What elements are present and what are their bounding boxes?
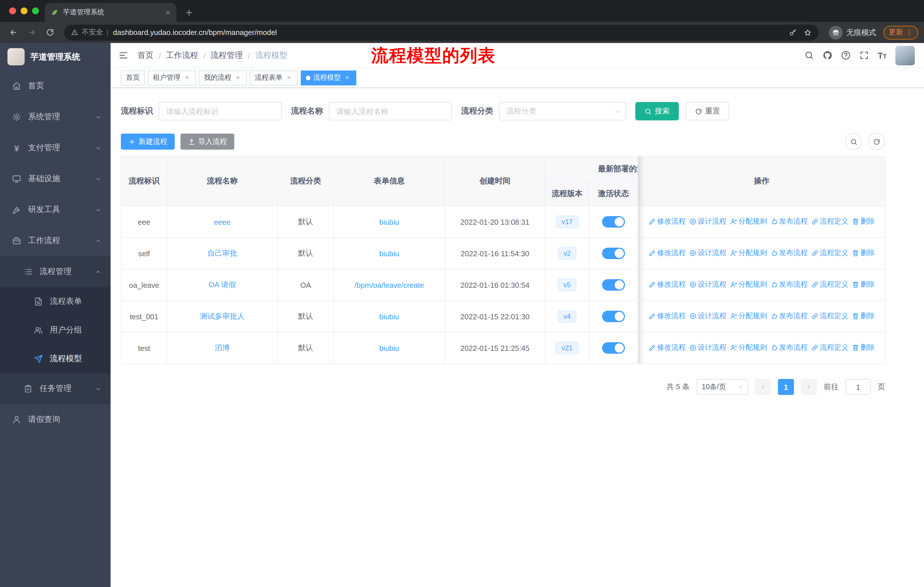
action-assign[interactable]: 分配规则 <box>730 311 767 321</box>
forward-button[interactable] <box>24 25 39 40</box>
active-toggle[interactable] <box>602 311 625 322</box>
action-definition[interactable]: 流程定义 <box>811 343 848 352</box>
action-design[interactable]: 设计流程 <box>689 280 726 289</box>
action-definition[interactable]: 流程定义 <box>811 217 848 227</box>
action-definition[interactable]: 流程定义 <box>811 280 848 289</box>
user-avatar[interactable] <box>895 46 915 65</box>
breadcrumb-item-workflow[interactable]: 工作流程 <box>166 50 198 61</box>
process-name-link[interactable]: 滔博 <box>215 343 230 352</box>
action-publish[interactable]: 发布流程 <box>771 280 808 289</box>
action-definition[interactable]: 流程定义 <box>811 248 848 258</box>
active-toggle[interactable] <box>602 248 625 259</box>
back-button[interactable] <box>6 25 21 40</box>
action-definition[interactable]: 流程定义 <box>811 311 848 321</box>
form-info-link[interactable]: biubiu <box>379 218 399 226</box>
action-design[interactable]: 设计流程 <box>689 248 726 258</box>
action-assign[interactable]: 分配规则 <box>730 217 767 227</box>
action-edit[interactable]: 修改流程 <box>648 343 686 352</box>
reload-button[interactable] <box>42 25 57 40</box>
sidebar-item-process-form[interactable]: 流程表单 <box>0 287 111 316</box>
sidebar-item-workflow[interactable]: 工作流程 <box>0 225 111 256</box>
action-edit[interactable]: 修改流程 <box>648 217 686 227</box>
process-key-input[interactable] <box>159 102 282 121</box>
sidebar-item-home[interactable]: 首页 <box>0 71 111 101</box>
next-page-button[interactable] <box>801 379 817 395</box>
process-name-link[interactable]: eeee <box>214 218 231 226</box>
sidebar-collapse-button[interactable] <box>119 50 128 60</box>
form-info-link[interactable]: biubiu <box>379 249 399 258</box>
process-name-link[interactable]: OA 请假 <box>208 280 236 289</box>
fullscreen-icon[interactable] <box>859 50 869 60</box>
process-name-input[interactable] <box>329 102 452 121</box>
sidebar-item-pay[interactable]: ¥支付管理 <box>0 132 111 164</box>
tag-tenant[interactable]: 租户管理 <box>148 70 196 85</box>
action-delete[interactable]: 删除 <box>852 217 875 227</box>
action-edit[interactable]: 修改流程 <box>648 248 686 258</box>
breadcrumb-item-process-manage[interactable]: 流程管理 <box>211 50 243 61</box>
action-publish[interactable]: 发布流程 <box>771 343 808 352</box>
action-design[interactable]: 设计流程 <box>689 343 726 352</box>
reset-button[interactable]: 重置 <box>686 102 729 121</box>
close-icon[interactable] <box>344 74 351 81</box>
close-icon[interactable] <box>234 74 242 81</box>
action-assign[interactable]: 分配规则 <box>730 248 767 258</box>
tag-process-form[interactable]: 流程表单 <box>250 70 298 85</box>
tag-process-model[interactable]: 流程模型 <box>301 70 356 85</box>
form-info-link[interactable]: biubiu <box>379 312 399 321</box>
action-publish[interactable]: 发布流程 <box>771 311 808 321</box>
help-icon[interactable] <box>841 50 851 60</box>
form-info-link[interactable]: biubiu <box>379 344 399 352</box>
process-name-link[interactable]: 自己审批 <box>207 249 237 257</box>
prev-page-button[interactable] <box>755 379 771 395</box>
active-toggle[interactable] <box>602 279 625 291</box>
action-edit[interactable]: 修改流程 <box>648 311 686 321</box>
active-toggle[interactable] <box>602 216 625 228</box>
sidebar-item-user-group[interactable]: 用户分组 <box>0 316 111 344</box>
header-search-icon[interactable] <box>804 50 814 60</box>
action-delete[interactable]: 删除 <box>852 280 875 289</box>
active-toggle[interactable] <box>602 342 625 354</box>
tag-home[interactable]: 首页 <box>121 70 145 85</box>
page-size-select[interactable]: 10条/页 <box>696 379 748 395</box>
toggle-search-button[interactable] <box>845 133 862 150</box>
address-bar[interactable]: 不安全 | dashboard.yudao.iocoder.cn/bpm/man… <box>64 24 818 40</box>
action-assign[interactable]: 分配规则 <box>730 280 767 289</box>
sidebar-item-devtools[interactable]: 研发工具 <box>0 194 111 225</box>
action-delete[interactable]: 删除 <box>852 248 875 258</box>
action-delete[interactable]: 删除 <box>852 343 875 352</box>
close-icon[interactable] <box>285 74 293 81</box>
process-name-link[interactable]: 测试多审批人 <box>200 312 244 321</box>
close-window-button[interactable] <box>9 7 16 14</box>
browser-update-button[interactable]: 更新 <box>883 25 918 39</box>
category-select[interactable]: 流程分类 <box>499 102 626 121</box>
breadcrumb-item-home[interactable]: 首页 <box>137 50 153 61</box>
goto-page-input[interactable] <box>845 379 871 395</box>
bookmark-star-icon[interactable] <box>804 28 812 36</box>
search-button[interactable]: 搜索 <box>635 102 679 121</box>
browser-menu-icon[interactable] <box>905 29 912 36</box>
sidebar-item-process-manage[interactable]: 流程管理 <box>0 256 111 287</box>
action-design[interactable]: 设计流程 <box>689 311 726 321</box>
new-tab-button[interactable] <box>185 8 194 17</box>
refresh-table-button[interactable] <box>868 133 885 150</box>
sidebar-logo[interactable]: 芋道管理系统 <box>0 43 111 71</box>
font-size-icon[interactable]: TT <box>878 51 887 60</box>
create-process-button[interactable]: 新建流程 <box>121 134 175 150</box>
zoom-window-button[interactable] <box>32 7 39 14</box>
import-process-button[interactable]: 导入流程 <box>180 134 234 150</box>
sidebar-item-process-model[interactable]: 流程模型 <box>0 344 111 373</box>
page-number-current[interactable]: 1 <box>778 379 794 395</box>
action-publish[interactable]: 发布流程 <box>771 248 808 258</box>
action-delete[interactable]: 删除 <box>852 311 875 321</box>
tag-my-process[interactable]: 我的流程 <box>199 70 247 85</box>
sidebar-item-leave-query[interactable]: 请假查询 <box>0 404 111 435</box>
action-publish[interactable]: 发布流程 <box>771 217 808 227</box>
browser-tab[interactable]: 芋道管理系统 <box>45 3 177 22</box>
close-icon[interactable] <box>183 74 191 81</box>
sidebar-item-infra[interactable]: 基础设施 <box>0 164 111 194</box>
tab-close-icon[interactable] <box>165 10 171 15</box>
action-assign[interactable]: 分配规则 <box>730 343 767 352</box>
github-icon[interactable] <box>823 50 832 60</box>
action-design[interactable]: 设计流程 <box>689 217 726 227</box>
sidebar-item-task-manage[interactable]: 任务管理 <box>0 373 111 404</box>
